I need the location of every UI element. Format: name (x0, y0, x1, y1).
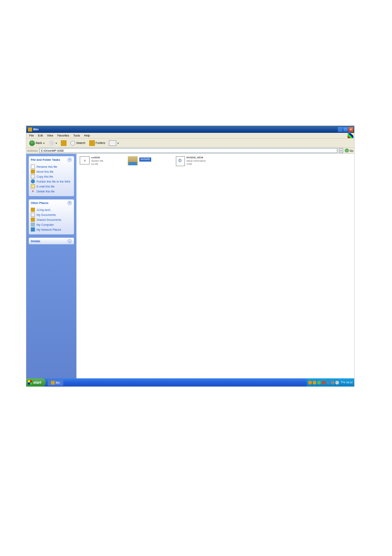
menu-edit[interactable]: Edit (36, 134, 45, 137)
menu-file[interactable]: File (27, 134, 36, 137)
file-size: 12 KB (91, 163, 103, 166)
rename-icon (31, 164, 35, 169)
window-title: Bin (33, 127, 39, 131)
go-button[interactable]: → Go (345, 148, 353, 153)
search-label: Search (76, 141, 85, 144)
move-file-link[interactable]: Move this file (31, 169, 72, 174)
forward-button[interactable]: → ▼ (48, 140, 59, 146)
other-place-link[interactable]: 1Chip-tech (31, 207, 72, 212)
my-documents-link[interactable]: My Documents (31, 212, 72, 217)
go-icon: → (345, 148, 349, 153)
window-controls: _ □ × (338, 127, 353, 132)
folders-button[interactable]: Folders (88, 140, 106, 146)
file-tasks-body: Rename this file Move this file Copy thi… (29, 163, 74, 196)
sidebar: File and Folder Tasks ⌃ Rename this file… (26, 154, 76, 378)
collapse-icon[interactable]: ⌃ (67, 158, 72, 162)
minimize-button[interactable]: _ (338, 127, 343, 132)
back-icon: ← (29, 140, 35, 146)
tray-icon[interactable] (335, 381, 339, 385)
file-name: MV9200_WDM (187, 156, 206, 160)
copy-label: Copy this file (37, 175, 53, 178)
copy-icon (31, 174, 35, 178)
tray-icon[interactable] (331, 381, 334, 385)
rename-label: Rename this file (37, 165, 57, 168)
menu-view[interactable]: View (45, 134, 55, 137)
file-info: mv9200 System file 12 KB (91, 156, 103, 166)
file-type: System file (91, 160, 103, 163)
delete-file-link[interactable]: × Delete this file (31, 189, 72, 194)
close-button[interactable]: × (348, 127, 353, 132)
task-label: Bin (56, 381, 60, 384)
maximize-button[interactable]: □ (343, 127, 348, 132)
file-item-dll-selected[interactable]: MV9200 (128, 156, 151, 376)
views-icon (109, 140, 116, 146)
back-button[interactable]: ← Back ▼ (28, 140, 46, 146)
delete-label: Delete this file (37, 190, 55, 193)
other-places-header[interactable]: Other Places ⌃ (29, 199, 74, 206)
menu-favorites[interactable]: Favorites (55, 134, 71, 137)
tray-icon[interactable] (313, 381, 316, 385)
taskbar-item-bin[interactable]: Bin (48, 380, 63, 386)
tray-icon[interactable] (308, 381, 312, 385)
clock[interactable]: 下午 06:22 (341, 381, 353, 385)
tray-icon[interactable] (317, 381, 321, 385)
publish-file-link[interactable]: Publish this file to the Web (31, 179, 72, 184)
folder-icon (28, 127, 32, 132)
toolbar: ← Back ▼ → ▼ Search Folders ▼ (26, 139, 354, 148)
file-info: MV9200 (139, 156, 151, 162)
folders-label: Folders (96, 141, 105, 144)
file-type: Setup Information (187, 160, 206, 163)
chevron-down-icon: ▼ (43, 142, 45, 144)
main-area: File and Folder Tasks ⌃ Rename this file… (26, 154, 354, 378)
up-button[interactable] (60, 140, 68, 146)
search-button[interactable]: Search (69, 140, 86, 146)
tray-icon[interactable] (326, 381, 330, 385)
shared-icon (31, 218, 35, 222)
file-tasks-header[interactable]: File and Folder Tasks ⌃ (29, 156, 74, 163)
place-label: 1Chip-tech (37, 208, 51, 211)
publish-label: Publish this file to the Web (37, 180, 70, 183)
documents-icon (31, 213, 35, 217)
shared-documents-link[interactable]: Shared Documents (31, 217, 72, 222)
forward-icon: → (49, 140, 55, 146)
file-list[interactable]: ▦ mv9200 System file 12 KB MV9200 MV9200… (76, 154, 354, 378)
chevron-down-icon: ▼ (117, 142, 119, 144)
address-label: Address (27, 149, 38, 152)
taskbar: start Bin 下午 06:22 (26, 378, 354, 387)
menu-help[interactable]: Help (82, 134, 92, 137)
dll-file-icon (128, 156, 138, 165)
titlebar[interactable]: Bin _ □ × (26, 126, 354, 133)
move-label: Move this file (37, 170, 53, 173)
copy-file-link[interactable]: Copy this file (31, 174, 72, 179)
file-size: 3 KB (187, 163, 206, 166)
start-button[interactable]: start (26, 378, 46, 387)
menu-tools[interactable]: Tools (71, 134, 82, 137)
place-label: My Computer (37, 223, 54, 226)
email-file-link[interactable]: E-mail this file (31, 184, 72, 189)
search-icon (70, 141, 75, 146)
explorer-window: Bin _ □ × File Edit View Favorites Tools… (26, 125, 355, 387)
file-item-sys[interactable]: ▦ mv9200 System file 12 KB (80, 156, 103, 376)
inf-file-icon (176, 156, 185, 166)
file-item-inf[interactable]: MV9200_WDM Setup Information 3 KB (176, 156, 206, 376)
tray-icon[interactable] (322, 381, 325, 385)
place-label: Shared Documents (37, 218, 61, 221)
address-input[interactable]: E:\Drive\MP-9200 (39, 148, 337, 153)
windows-logo-icon (28, 380, 32, 385)
rename-file-link[interactable]: Rename this file (31, 164, 72, 169)
system-tray: 下午 06:22 (307, 378, 354, 387)
my-computer-link[interactable]: My Computer (31, 222, 72, 227)
system-file-icon: ▦ (80, 156, 90, 164)
other-places-body: 1Chip-tech My Documents Shared Documents… (29, 206, 74, 234)
address-dropdown[interactable]: v (339, 148, 343, 153)
details-panel: Details ⌄ (29, 238, 74, 244)
expand-icon[interactable]: ⌄ (67, 239, 72, 243)
my-network-link[interactable]: My Network Places (31, 227, 72, 232)
collapse-icon[interactable]: ⌃ (67, 201, 72, 205)
computer-icon (31, 222, 35, 227)
folder-icon (31, 208, 35, 212)
views-button[interactable]: ▼ (108, 140, 120, 146)
details-header[interactable]: Details ⌄ (29, 238, 74, 244)
network-icon (31, 227, 35, 232)
file-info: MV9200_WDM Setup Information 3 KB (187, 156, 206, 166)
